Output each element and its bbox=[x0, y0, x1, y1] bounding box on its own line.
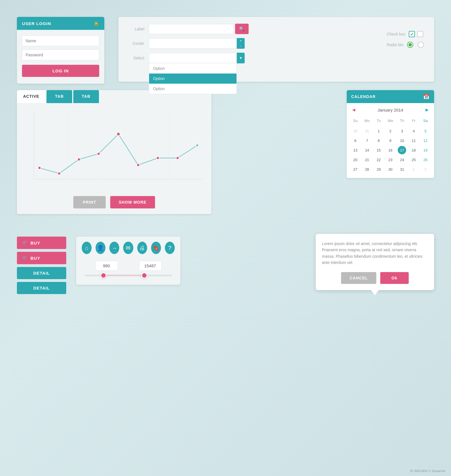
chart-area bbox=[17, 103, 211, 193]
cal-day-19[interactable]: 19 bbox=[421, 146, 430, 154]
cal-day-3[interactable]: 3 bbox=[398, 127, 406, 135]
select-input[interactable] bbox=[149, 53, 237, 63]
cal-day-25[interactable]: 25 bbox=[410, 155, 418, 164]
counter-up-button[interactable]: + bbox=[237, 38, 245, 43]
search-button[interactable]: 🔍 bbox=[235, 24, 249, 34]
arrow-icon-button[interactable]: → bbox=[109, 242, 119, 254]
login-header: USER LOGIN 🔒 bbox=[17, 17, 104, 30]
calendar-nav: ◄ January 2014 ► bbox=[347, 103, 434, 117]
cal-day-28[interactable]: 28 bbox=[363, 165, 371, 174]
cal-day-31[interactable]: 31 bbox=[398, 165, 406, 174]
cal-day-16[interactable]: 16 bbox=[386, 146, 395, 154]
login-button[interactable]: LOG IN bbox=[22, 65, 99, 77]
cal-day-11[interactable]: 11 bbox=[410, 136, 418, 145]
question-icon-button[interactable]: ? bbox=[165, 242, 175, 254]
dropdown-item-1[interactable]: Option bbox=[149, 74, 236, 84]
cal-day-7[interactable]: 7 bbox=[363, 136, 371, 145]
label-input[interactable] bbox=[149, 24, 233, 34]
svg-point-18 bbox=[176, 157, 179, 159]
counter-down-button[interactable]: − bbox=[237, 43, 245, 49]
cancel-button[interactable]: CANCEL bbox=[341, 272, 376, 284]
mail-icon-button[interactable]: ✉ bbox=[123, 242, 133, 254]
dialog-text: Lorem ipsum dolor sit amet, consectetur … bbox=[322, 241, 428, 266]
cal-day-10[interactable]: 10 bbox=[398, 136, 406, 145]
counter-input[interactable] bbox=[149, 38, 237, 48]
counter-label: Couter bbox=[126, 41, 149, 46]
label-field-label: Label bbox=[126, 27, 149, 31]
checkbox-unchecked[interactable] bbox=[417, 31, 423, 37]
slider-value-2: 15487 bbox=[139, 261, 162, 271]
cal-day-30[interactable]: 30 bbox=[386, 165, 395, 174]
buttons-panel: 🛒 BUY 🛒 BUY DETAIL DETAIL bbox=[17, 237, 66, 297]
password-field[interactable] bbox=[22, 50, 99, 60]
cal-day-2[interactable]: 2 bbox=[386, 127, 395, 135]
name-field[interactable] bbox=[22, 35, 99, 46]
cal-day-9[interactable]: 9 bbox=[386, 136, 395, 145]
svg-point-13 bbox=[78, 158, 80, 161]
cal-day-2-next[interactable]: 2 bbox=[421, 165, 430, 174]
slider-thumb-right[interactable] bbox=[141, 272, 147, 279]
cal-day-17-today[interactable]: 17 bbox=[398, 146, 406, 154]
buy-button-2[interactable]: 🛒 BUY bbox=[17, 252, 66, 264]
checkbox-label: Check box bbox=[387, 32, 405, 36]
day-label-su: Su bbox=[350, 117, 361, 124]
cal-day-26[interactable]: 26 bbox=[421, 155, 430, 164]
bookmark-icon-button[interactable]: 🔖 bbox=[151, 242, 161, 254]
cal-day-5[interactable]: 5 bbox=[421, 127, 430, 135]
cal-day-27[interactable]: 27 bbox=[351, 165, 360, 174]
cal-day-1-next[interactable]: 1 bbox=[410, 165, 418, 174]
cal-day-23[interactable]: 23 bbox=[386, 155, 395, 164]
next-month-button[interactable]: ► bbox=[425, 107, 430, 113]
cal-day-29[interactable]: 29 bbox=[375, 165, 383, 174]
dropdown-item-0[interactable]: Option bbox=[149, 63, 236, 74]
cal-day-22[interactable]: 22 bbox=[375, 155, 383, 164]
printer-icon-button[interactable]: 🖨 bbox=[137, 242, 147, 254]
ok-button[interactable]: Ok bbox=[380, 272, 409, 284]
print-button[interactable]: PRINT bbox=[73, 196, 106, 208]
detail-button-2[interactable]: DETAIL bbox=[17, 282, 66, 294]
home-icon-button[interactable]: ⌂ bbox=[82, 242, 92, 254]
radio-selected[interactable] bbox=[407, 42, 413, 48]
day-label-tu: Tu bbox=[373, 117, 384, 124]
radio-unselected[interactable] bbox=[418, 42, 424, 48]
tab-2[interactable]: TAB bbox=[73, 90, 99, 103]
cal-day-14[interactable]: 14 bbox=[363, 146, 371, 154]
select-arrow-button[interactable]: ▼ bbox=[237, 53, 245, 63]
dropdown-item-2[interactable]: Option bbox=[149, 84, 236, 94]
cal-day-18[interactable]: 18 bbox=[410, 146, 418, 154]
cal-day-31-prev[interactable]: 31 bbox=[363, 127, 371, 135]
slider-track bbox=[85, 275, 172, 276]
calendar-days: 30 31 1 2 3 4 5 6 7 8 9 10 11 12 13 14 1… bbox=[350, 126, 431, 174]
checkbox-checked[interactable]: ✔ bbox=[409, 31, 415, 37]
cal-day-4[interactable]: 4 bbox=[410, 127, 418, 135]
tab-active[interactable]: ACTIVE bbox=[17, 90, 45, 103]
cal-day-24[interactable]: 24 bbox=[398, 155, 406, 164]
prev-month-button[interactable]: ◄ bbox=[351, 107, 356, 113]
radio-dot bbox=[408, 43, 412, 46]
buy-button-1[interactable]: 🛒 BUY bbox=[17, 237, 66, 249]
person-icon-button[interactable]: 👤 bbox=[96, 242, 105, 254]
counter-row: Couter + − bbox=[126, 38, 426, 49]
show-more-button[interactable]: SHOW MORE bbox=[110, 196, 155, 208]
cal-day-30-prev[interactable]: 30 bbox=[351, 127, 360, 135]
calendar-header: CALENDAR 📅 bbox=[347, 90, 434, 103]
slider-thumb-left[interactable] bbox=[100, 272, 107, 279]
login-title: USER LOGIN bbox=[22, 21, 51, 26]
tab-1[interactable]: TAB bbox=[47, 90, 72, 103]
select-wrap[interactable]: ▼ Option Option Option bbox=[149, 53, 245, 63]
cal-day-15[interactable]: 15 bbox=[375, 146, 383, 154]
cal-day-21[interactable]: 21 bbox=[363, 155, 371, 164]
icons-row: ⌂ 👤 → ✉ 🖨 🔖 ? bbox=[82, 242, 175, 254]
cal-day-6[interactable]: 6 bbox=[351, 136, 360, 145]
calendar-day-labels: Su Mo Tu We Th Fr Sa bbox=[350, 117, 431, 124]
calendar-panel: CALENDAR 📅 ◄ January 2014 ► Su Mo Tu We … bbox=[347, 90, 434, 178]
cal-day-1[interactable]: 1 bbox=[375, 127, 383, 135]
radio-row: Radio btn bbox=[387, 42, 426, 48]
cal-day-13[interactable]: 13 bbox=[351, 146, 360, 154]
cal-day-12[interactable]: 12 bbox=[421, 136, 430, 145]
cal-day-8[interactable]: 8 bbox=[375, 136, 383, 145]
cal-day-20[interactable]: 20 bbox=[351, 155, 360, 164]
calendar-icon: 📅 bbox=[423, 94, 430, 100]
detail-button-1[interactable]: DETAIL bbox=[17, 267, 66, 279]
svg-point-11 bbox=[38, 166, 41, 169]
